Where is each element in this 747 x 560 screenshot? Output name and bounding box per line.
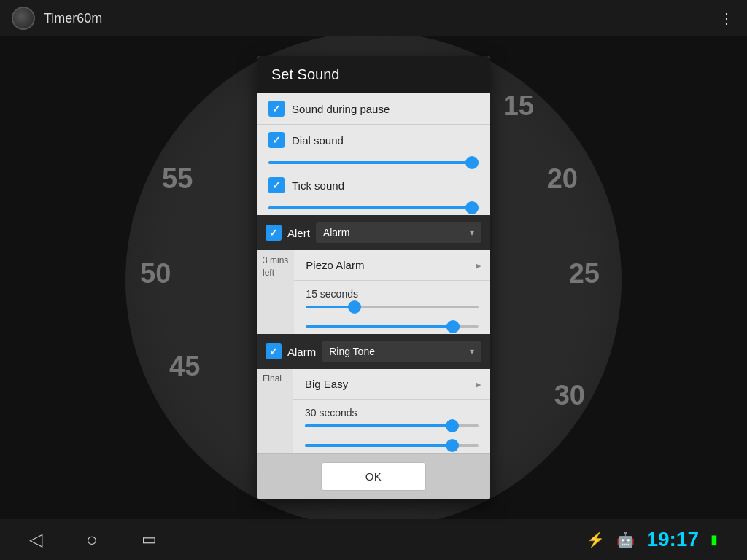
alarm-sound-name[interactable]: Big Easy <box>293 369 490 400</box>
bottom-bar: ◁ ○ ▭ ⚡ 🤖 19:17 ▮ <box>0 519 747 560</box>
alarm-duration-thumb[interactable] <box>446 419 459 432</box>
tick-sound-slider-container <box>257 201 490 215</box>
dial-sound-checkbox[interactable] <box>268 132 285 148</box>
nav-back-button[interactable]: ◁ <box>29 529 42 550</box>
tick-sound-slider-fill <box>268 206 468 209</box>
dial-sound-row[interactable]: Dial sound <box>257 124 490 155</box>
android-icon: 🤖 <box>616 531 635 548</box>
alert-label: Alert <box>287 227 310 239</box>
alarm-section-right: Big Easy 30 seconds <box>293 369 490 453</box>
alert-dropdown-row[interactable]: Alert Alarm ▾ <box>257 215 490 250</box>
alert-dropdown[interactable]: Alarm ▾ <box>316 222 481 243</box>
alarm-second-slider[interactable] <box>305 444 479 447</box>
nav-home-button[interactable]: ○ <box>86 529 98 551</box>
dialog-overlay: Set Sound Sound during pause Dial sound <box>0 36 747 519</box>
alert-duration-slider[interactable] <box>306 306 479 308</box>
overflow-menu-button[interactable]: ⋮ <box>719 9 735 27</box>
alarm-second-thumb[interactable] <box>446 439 459 452</box>
alarm-label: Alarm <box>287 346 316 358</box>
dialog-title: Set Sound <box>257 56 490 93</box>
alert-second-thumb[interactable] <box>446 320 460 333</box>
dial-sound-slider-container <box>257 155 490 170</box>
ok-button[interactable]: OK <box>321 462 427 491</box>
set-sound-dialog: Set Sound Sound during pause Dial sound <box>257 56 490 499</box>
alarm-dropdown[interactable]: Ring Tone ▾ <box>322 341 481 362</box>
alarm-dropdown-arrow: ▾ <box>470 346 474 357</box>
alert-section-label: 3 mins left <box>257 250 294 334</box>
alarm-duration-fill <box>305 424 452 427</box>
tick-sound-slider-thumb[interactable] <box>465 201 479 214</box>
alert-second-fill <box>306 325 452 328</box>
sound-during-pause-label: Sound during pause <box>292 103 390 115</box>
dial-sound-slider-thumb[interactable] <box>465 156 479 169</box>
tick-sound-row[interactable]: Tick sound <box>257 170 490 201</box>
alert-dropdown-arrow: ▾ <box>470 228 474 238</box>
usb-icon: ⚡ <box>587 531 605 548</box>
alert-slider-row <box>294 316 490 334</box>
tick-sound-slider-track[interactable] <box>268 206 479 209</box>
alert-duration-thumb[interactable] <box>348 300 361 314</box>
alert-checkbox[interactable] <box>266 225 282 241</box>
sound-during-pause-checkbox[interactable] <box>268 101 285 117</box>
dial-sound-slider-fill <box>268 161 468 164</box>
tick-sound-label: Tick sound <box>292 179 344 192</box>
alert-duration-row: 15 seconds <box>294 281 490 316</box>
alert-section-content: 3 mins left Piezo Alarm 15 seconds <box>257 250 490 334</box>
status-area: ⚡ 🤖 19:17 ▮ <box>587 528 718 551</box>
top-bar: Timer60m ⋮ <box>0 0 747 36</box>
sound-during-pause-row[interactable]: Sound during pause <box>257 93 490 124</box>
nav-recent-button[interactable]: ▭ <box>142 530 157 549</box>
app-title: Timer60m <box>44 11 102 26</box>
alert-dropdown-value: Alarm <box>323 227 350 238</box>
dial-sound-slider-track[interactable] <box>268 161 479 164</box>
alarm-dropdown-value: Ring Tone <box>329 346 375 357</box>
alarm-checkbox[interactable] <box>266 343 282 359</box>
app-icon <box>12 7 35 30</box>
battery-icon: ▮ <box>711 532 718 548</box>
alert-second-slider[interactable] <box>306 325 479 328</box>
alarm-dropdown-row[interactable]: Alarm Ring Tone ▾ <box>257 334 490 369</box>
clock-display: 19:17 <box>646 528 699 551</box>
alarm-section-label: Final <box>257 369 293 453</box>
alert-section-right: Piezo Alarm 15 seconds <box>294 250 490 334</box>
alarm-slider-row <box>293 435 490 453</box>
alarm-duration-slider[interactable] <box>305 424 479 427</box>
alert-duration-label: 15 seconds <box>306 288 358 300</box>
alarm-duration-row: 30 seconds <box>293 400 490 435</box>
tick-sound-checkbox[interactable] <box>268 177 285 193</box>
alarm-duration-label: 30 seconds <box>305 407 357 419</box>
dialog-body: Sound during pause Dial sound Tick sound <box>257 93 490 453</box>
dialog-footer: OK <box>257 453 490 499</box>
alarm-second-fill <box>305 444 452 447</box>
dial-sound-label: Dial sound <box>292 134 344 147</box>
alarm-section-content: Final Big Easy 30 seconds <box>257 369 490 453</box>
alert-sound-name[interactable]: Piezo Alarm <box>294 250 490 281</box>
